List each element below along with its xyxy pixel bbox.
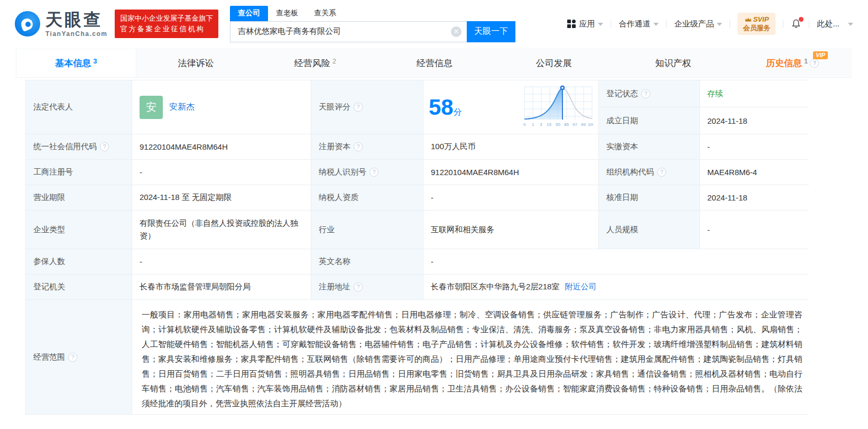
menu-apps[interactable]: 应用	[567, 19, 603, 29]
tab-company-development-label: 公司发展	[536, 57, 572, 69]
svip-membership-button[interactable]: SVIP 会员服务	[737, 13, 775, 35]
tab-business-info[interactable]: 经营信息	[375, 49, 494, 77]
field-value-staff-size: -	[700, 211, 812, 249]
svg-text:50: 50	[556, 122, 560, 127]
field-label-reg-address: 注册地址 ?	[311, 275, 423, 299]
menu-cooperation[interactable]: 合作通道	[618, 19, 659, 29]
clear-search-icon[interactable]: ✕	[451, 26, 461, 37]
tab-count: 2	[333, 57, 336, 65]
field-label-business-term: 营业期限	[26, 185, 132, 210]
tab-operation-risk[interactable]: 经营风险 2	[255, 49, 375, 77]
field-value-tianyan-score[interactable]: 58分	[423, 80, 598, 134]
field-label-reg-number: 工商注册号	[26, 160, 132, 185]
search-tab-relation[interactable]: 查关系	[306, 6, 344, 21]
field-value-industry: 互联网和相关服务	[423, 211, 598, 249]
header: 天眼查 TianYanCha.com 国家中小企业发展子基金旗下 官方备案企业征…	[0, 0, 868, 48]
field-label-approval-date: 核准日期	[599, 185, 699, 210]
svip-label: SVIP	[753, 15, 769, 24]
tab-count: 1	[804, 57, 808, 65]
field-value-reg-address: 长春市朝阳区东中华路九号2层218室 附近公司	[423, 275, 812, 299]
help-icon[interactable]: ?	[641, 89, 650, 98]
help-icon[interactable]: ?	[370, 168, 378, 177]
field-value-business-term: 2024-11-18 至 无固定期限	[132, 185, 311, 210]
legal-rep-name-link[interactable]: 安新杰	[169, 102, 195, 113]
field-label-staff-size: 人员规模	[599, 211, 699, 249]
search-input[interactable]	[238, 27, 451, 36]
field-value-reg-status: 存续	[700, 80, 812, 107]
basic-info-table: 法定代表人 安 安新杰 登记状态 ? 存续 天眼评分 ? 58分	[25, 80, 809, 415]
help-icon[interactable]: ?	[68, 353, 77, 362]
help-icon[interactable]: ?	[354, 103, 363, 112]
field-label-legal-rep: 法定代表人	[26, 80, 132, 134]
field-label-credit-code: 统一社会信用代码 ?	[26, 134, 132, 159]
field-label-english-name: 英文名称	[311, 249, 423, 274]
vip-badge: VIP	[813, 51, 828, 59]
svg-text:100: 100	[588, 122, 593, 127]
tab-basic-info-label: 基本信息	[55, 57, 91, 69]
field-label-reg-status: 登记状态 ?	[599, 80, 699, 107]
svg-text:97: 97	[572, 122, 577, 127]
menu-enterprise-label: 企业级产品	[674, 19, 714, 29]
help-icon[interactable]: ?	[810, 59, 819, 68]
search-tab-boss[interactable]: 查老板	[268, 6, 306, 21]
field-value-reg-number: -	[132, 160, 311, 185]
help-icon[interactable]: ?	[100, 142, 109, 151]
menu-apps-label: 应用	[579, 19, 595, 29]
tab-history-info[interactable]: VIP 历史信息 1 ?	[733, 49, 852, 77]
tab-legal-litigation[interactable]: 法律诉讼	[136, 49, 256, 77]
logo-domain: TianYanCha.com	[45, 31, 107, 37]
user-account-menu[interactable]: 此处...	[817, 19, 853, 29]
search-tab-company[interactable]: 查公司	[230, 6, 268, 21]
divider	[730, 20, 730, 28]
field-value-english-name: -	[423, 249, 812, 274]
search-area: 查公司 查老板 查关系 ✕ 天眼一下	[230, 6, 515, 42]
status-badge: 存续	[707, 89, 723, 99]
score-tick: 0	[523, 122, 526, 127]
divider	[611, 20, 611, 28]
tianyancha-logo-icon	[15, 11, 40, 36]
field-value-reg-authority: 长春市市场监督管理局朝阳分局	[132, 275, 311, 299]
field-value-company-type: 有限责任公司（非自然人投资或控股的法人独资）	[132, 211, 311, 249]
crown-icon	[745, 17, 752, 22]
help-icon[interactable]: ?	[354, 142, 363, 151]
field-label-company-type: 企业类型	[26, 211, 132, 249]
tab-legal-litigation-label: 法律诉讼	[178, 57, 214, 69]
tab-basic-info[interactable]: 基本信息 3	[16, 49, 136, 77]
user-name-label: 此处...	[817, 19, 839, 29]
field-label-reg-authority: 登记机关	[26, 275, 132, 299]
chevron-down-icon	[598, 23, 603, 26]
field-label-business-scope: 经营范围 ?	[26, 300, 132, 414]
tianyancha-logo[interactable]: 天眼查 TianYanCha.com	[15, 11, 107, 37]
logo-title: 天眼查	[45, 11, 107, 28]
field-value-taxpayer-quality: -	[423, 185, 598, 210]
tab-history-info-label: 历史信息	[766, 57, 802, 69]
notification-dot	[799, 17, 804, 22]
tab-intellectual-property[interactable]: 知识产权	[614, 49, 733, 77]
menu-cooperation-label: 合作通道	[618, 19, 650, 29]
menu-enterprise-products[interactable]: 企业级产品	[674, 19, 722, 29]
field-value-approval-date: 2024-11-18	[700, 185, 812, 210]
gov-badge-line2: 官方备案企业征信机构	[120, 24, 213, 34]
field-label-paid-capital: 实缴资本	[599, 134, 699, 159]
chevron-down-icon	[717, 23, 722, 26]
apps-grid-icon	[567, 20, 576, 28]
field-label-reg-capital: 注册资本 ?	[311, 134, 423, 159]
nearby-companies-link[interactable]: 附近公司	[565, 282, 596, 292]
help-icon[interactable]: ?	[657, 168, 666, 177]
business-scope-text: 一般项目：家用电器销售；家用电器安装服务；家用电器零配件销售；日用电器修理；制冷…	[142, 307, 802, 411]
svg-text:15: 15	[547, 122, 551, 127]
legal-rep-avatar[interactable]: 安	[140, 96, 163, 119]
gov-certification-badge: 国家中小企业发展子基金旗下 官方备案企业征信机构	[115, 10, 218, 39]
notification-bell-button[interactable]	[791, 19, 801, 29]
field-value-establish-date: 2024-11-18	[700, 107, 812, 134]
field-label-org-code: 组织机构代码 ?	[599, 160, 699, 185]
help-icon[interactable]: ?	[354, 282, 363, 291]
tab-company-development[interactable]: 公司发展	[494, 49, 614, 77]
field-value-insured-count: -	[132, 249, 311, 274]
header-menu: 应用 合作通道 企业级产品 SVIP 会员服务	[567, 13, 853, 35]
divider	[666, 20, 667, 28]
chevron-down-icon	[653, 23, 659, 26]
field-label-industry: 行业	[311, 211, 423, 249]
score-unit: 分	[454, 107, 462, 116]
search-button[interactable]: 天眼一下	[467, 21, 515, 42]
